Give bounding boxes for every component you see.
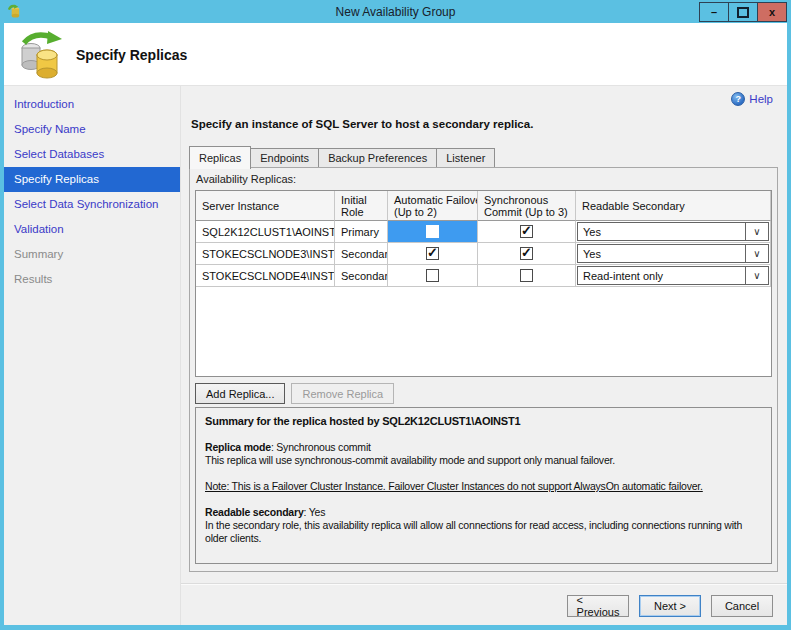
close-icon: x <box>769 6 775 18</box>
cell-initial-role[interactable]: Secondary <box>335 265 388 287</box>
tab-backup-preferences[interactable]: Backup Preferences <box>318 148 437 169</box>
sidebar-item-introduction[interactable]: Introduction <box>4 92 180 117</box>
column-header-automatic-failover: Automatic Failover(Up to 2) <box>388 191 478 221</box>
checkbox-unchecked-icon[interactable] <box>520 269 533 282</box>
readable-secondary-select[interactable]: Yes ∨ <box>577 222 769 241</box>
sidebar-item-select-databases[interactable]: Select Databases <box>4 142 180 167</box>
cell-server-instance[interactable]: STOKECSCLNODE3\INST1 <box>196 243 335 265</box>
chevron-down-icon[interactable]: ∨ <box>745 267 768 284</box>
column-header-synchronous-commit: SynchronousCommit (Up to 3) <box>478 191 576 221</box>
cell-automatic-failover-checkbox[interactable] <box>388 221 478 243</box>
sidebar-item-specify-name[interactable]: Specify Name <box>4 117 180 142</box>
help-label: Help <box>749 93 773 105</box>
instruction-text: Specify an instance of SQL Server to hos… <box>191 118 533 130</box>
help-icon: ? <box>731 92 745 106</box>
grid-header-row: Server Instance InitialRole Automatic Fa… <box>196 191 771 221</box>
cell-automatic-failover-checkbox[interactable] <box>388 243 478 265</box>
dialog-body: Specify Replicas Introduction Specify Na… <box>4 23 787 625</box>
add-replica-button[interactable]: Add Replica... <box>195 383 285 404</box>
table-row: STOKECSCLNODE4\INST1 Secondary Read-inte… <box>196 265 771 287</box>
tab-strip: Replicas Endpoints Backup Preferences Li… <box>189 146 494 169</box>
tab-replicas[interactable]: Replicas <box>189 146 251 169</box>
page-title: Specify Replicas <box>76 47 187 63</box>
availability-replicas-grid: Server Instance InitialRole Automatic Fa… <box>195 190 772 377</box>
help-link[interactable]: ? Help <box>731 92 773 106</box>
cell-synchronous-commit-checkbox[interactable] <box>478 265 576 287</box>
checkbox-checked-icon[interactable] <box>520 247 533 260</box>
replica-summary-panel: Summary for the replica hosted by SQL2K1… <box>195 407 772 564</box>
checkbox-checked-icon[interactable] <box>520 225 533 238</box>
footer-divider <box>181 583 787 585</box>
table-row: STOKECSCLNODE3\INST1 Secondary Yes ∨ <box>196 243 771 265</box>
sidebar-item-summary: Summary <box>4 242 180 267</box>
tab-listener[interactable]: Listener <box>436 148 495 169</box>
checkbox-unchecked-icon[interactable] <box>426 269 439 282</box>
minimize-icon: – <box>711 6 717 18</box>
maximize-icon <box>737 7 749 18</box>
cell-readable-secondary-dropdown[interactable]: Yes ∨ <box>576 221 771 243</box>
readable-secondary-select[interactable]: Read-intent only ∨ <box>577 266 769 285</box>
wizard-content: ? Help Specify an instance of SQL Server… <box>181 86 787 625</box>
maximize-button[interactable] <box>728 2 758 22</box>
cell-initial-role[interactable]: Secondary <box>335 243 388 265</box>
checkbox-unchecked-icon[interactable] <box>426 225 439 238</box>
close-button[interactable]: x <box>757 2 787 22</box>
availability-replicas-label: Availability Replicas: <box>196 173 296 185</box>
column-header-server-instance: Server Instance <box>196 191 335 221</box>
summary-title: Summary for the replica hosted by SQL2K1… <box>205 415 762 428</box>
cell-automatic-failover-checkbox[interactable] <box>388 265 478 287</box>
chevron-down-icon[interactable]: ∨ <box>745 223 768 240</box>
cell-synchronous-commit-checkbox[interactable] <box>478 243 576 265</box>
readable-secondary-select[interactable]: Yes ∨ <box>577 244 769 263</box>
readable-secondary-description: In the secondary role, this availability… <box>205 519 762 545</box>
failover-cluster-note: Note: This is a Failover Cluster Instanc… <box>205 480 762 493</box>
replicas-tab-panel: Availability Replicas: Server Instance I… <box>189 167 778 572</box>
column-header-initial-role: InitialRole <box>335 191 388 221</box>
window-title: New Availability Group <box>0 5 791 19</box>
column-header-readable-secondary: Readable Secondary <box>576 191 771 221</box>
next-button[interactable]: Next > <box>639 595 701 617</box>
chevron-down-icon[interactable]: ∨ <box>745 245 768 262</box>
cancel-button[interactable]: Cancel <box>711 595 773 617</box>
remove-replica-button: Remove Replica <box>291 383 394 404</box>
sidebar-item-select-data-synchronization[interactable]: Select Data Synchronization <box>4 192 180 217</box>
readable-secondary-line: Readable secondary: Yes <box>205 506 762 519</box>
app-icon <box>7 4 22 19</box>
cell-synchronous-commit-checkbox[interactable] <box>478 221 576 243</box>
cell-server-instance[interactable]: SQL2K12CLUST1\AOINST1 <box>196 221 335 243</box>
tab-endpoints[interactable]: Endpoints <box>250 148 319 169</box>
cell-initial-role[interactable]: Primary <box>335 221 388 243</box>
replica-mode-line: Replica mode: Synchronous commit <box>205 441 762 454</box>
table-row: SQL2K12CLUST1\AOINST1 Primary Yes ∨ <box>196 221 771 243</box>
replicas-database-icon <box>18 31 64 79</box>
checkbox-checked-icon[interactable] <box>426 247 439 260</box>
titlebar[interactable]: New Availability Group – x <box>0 0 791 23</box>
dialog-window: New Availability Group – x Specify Repli… <box>0 0 791 630</box>
sidebar-item-specify-replicas[interactable]: Specify Replicas <box>4 167 180 192</box>
sidebar-item-results: Results <box>4 267 180 292</box>
previous-button[interactable]: < Previous <box>567 595 629 617</box>
wizard-steps-sidebar: Introduction Specify Name Select Databas… <box>4 86 181 625</box>
minimize-button[interactable]: – <box>699 2 729 22</box>
cell-server-instance[interactable]: STOKECSCLNODE4\INST1 <box>196 265 335 287</box>
cell-readable-secondary-dropdown[interactable]: Read-intent only ∨ <box>576 265 771 287</box>
wizard-header: Specify Replicas <box>4 23 787 86</box>
cell-readable-secondary-dropdown[interactable]: Yes ∨ <box>576 243 771 265</box>
replica-mode-description: This replica will use synchronous-commit… <box>205 454 762 467</box>
sidebar-item-validation[interactable]: Validation <box>4 217 180 242</box>
